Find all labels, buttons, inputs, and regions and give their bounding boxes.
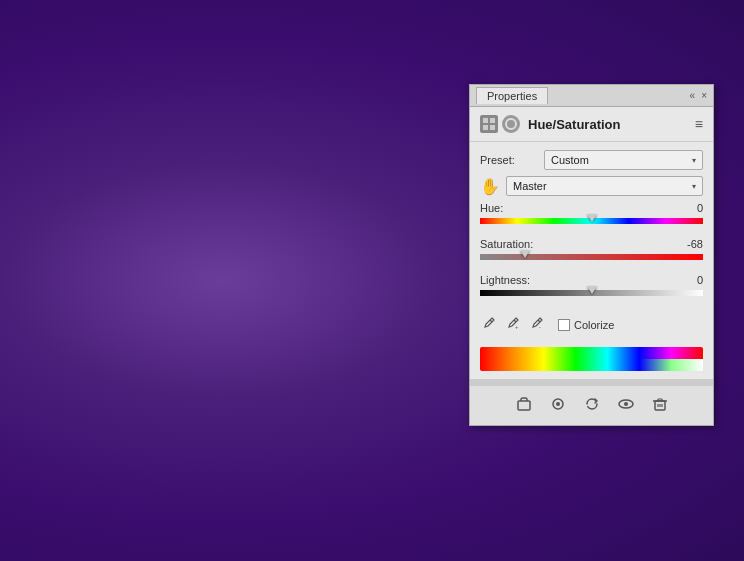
visibility-button[interactable] xyxy=(548,394,568,417)
adj-icon-1 xyxy=(480,115,498,133)
svg-point-14 xyxy=(624,402,628,406)
lightness-slider-group: Lightness: 0 xyxy=(480,274,703,304)
properties-panel: Properties « × Hue/Saturation xyxy=(469,84,714,426)
panel-controls: « × xyxy=(690,91,707,101)
color-bar-top xyxy=(480,347,703,359)
saturation-label: Saturation: xyxy=(480,238,533,250)
color-bar-bottom xyxy=(480,359,703,371)
preset-row: Preset: Custom ▾ xyxy=(480,150,703,170)
saturation-track xyxy=(480,254,703,260)
lightness-label: Lightness: xyxy=(480,274,530,286)
preset-value: Custom xyxy=(551,154,589,166)
hue-value: 0 xyxy=(673,202,703,214)
adjustment-icons xyxy=(480,115,520,133)
hue-label: Hue: xyxy=(480,202,503,214)
view-button[interactable] xyxy=(616,394,636,417)
panel-footer xyxy=(470,385,713,425)
saturation-thumb[interactable] xyxy=(520,250,530,258)
hue-slider-header: Hue: 0 xyxy=(480,202,703,214)
panel-menu-icon[interactable]: ≡ xyxy=(695,117,703,131)
saturation-slider-header: Saturation: -68 xyxy=(480,238,703,250)
hand-icon[interactable]: ✋ xyxy=(480,177,500,196)
adjustment-header: Hue/Saturation ≡ xyxy=(470,107,713,142)
svg-line-8 xyxy=(538,320,540,322)
svg-rect-2 xyxy=(483,125,488,130)
delete-button[interactable] xyxy=(650,394,670,417)
hue-thumb[interactable] xyxy=(587,214,597,222)
svg-rect-10 xyxy=(518,401,530,410)
hue-slider-group: Hue: 0 xyxy=(480,202,703,232)
colorize-checkbox[interactable] xyxy=(558,319,570,331)
hue-slider-container[interactable] xyxy=(480,216,703,232)
adjustment-title: Hue/Saturation xyxy=(528,117,620,132)
svg-point-4 xyxy=(506,119,516,129)
lightness-value: 0 xyxy=(673,274,703,286)
reset-button[interactable] xyxy=(582,394,602,417)
svg-rect-0 xyxy=(483,118,488,123)
colorize-row: + - Colorize xyxy=(480,314,703,335)
adj-icon-2 xyxy=(502,115,520,133)
svg-point-12 xyxy=(556,402,560,406)
colorize-label: Colorize xyxy=(574,319,614,331)
lightness-slider-container[interactable] xyxy=(480,288,703,304)
eyedropper-1-button[interactable] xyxy=(480,314,498,335)
master-dropdown[interactable]: Master ▾ xyxy=(506,176,703,196)
saturation-value: -68 xyxy=(673,238,703,250)
svg-text:-: - xyxy=(539,324,541,330)
close-button[interactable]: × xyxy=(701,91,707,101)
saturation-slider-container[interactable] xyxy=(480,252,703,268)
svg-rect-1 xyxy=(490,118,495,123)
properties-tab[interactable]: Properties xyxy=(476,87,548,104)
master-row: ✋ Master ▾ xyxy=(480,176,703,196)
preset-dropdown[interactable]: Custom ▾ xyxy=(544,150,703,170)
color-bars xyxy=(480,347,703,371)
eyedropper-3-button[interactable]: - xyxy=(528,314,546,335)
lightness-thumb[interactable] xyxy=(587,286,597,294)
preset-dropdown-arrow: ▾ xyxy=(692,156,696,165)
collapse-button[interactable]: « xyxy=(690,91,696,101)
saturation-slider-group: Saturation: -68 xyxy=(480,238,703,268)
eyedropper-2-button[interactable]: + xyxy=(504,314,522,335)
svg-line-6 xyxy=(514,320,516,322)
panel-title-tabs: Properties xyxy=(476,87,548,104)
clip-to-layer-button[interactable] xyxy=(514,394,534,417)
lightness-slider-header: Lightness: 0 xyxy=(480,274,703,286)
panel-titlebar: Properties « × xyxy=(470,85,713,107)
master-value: Master xyxy=(513,180,547,192)
svg-rect-3 xyxy=(490,125,495,130)
panel-body: Preset: Custom ▾ ✋ Master ▾ Hue: 0 xyxy=(470,142,713,379)
svg-text:+: + xyxy=(515,324,519,330)
master-dropdown-arrow: ▾ xyxy=(692,182,696,191)
svg-line-5 xyxy=(490,320,492,322)
preset-label: Preset: xyxy=(480,154,538,166)
